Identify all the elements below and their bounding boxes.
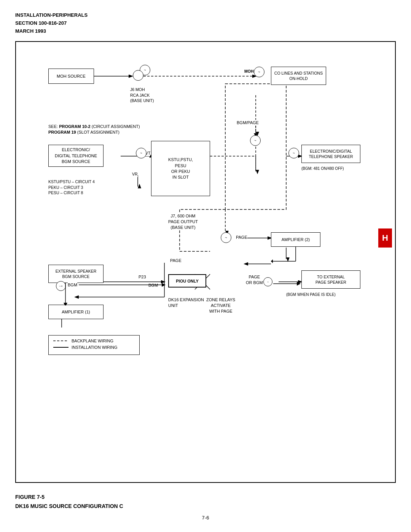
diagram-border: MOH SOURCE ~ MOH ~ CO LINES AND STATIONS… (15, 41, 396, 483)
page: INSTALLATION-PERIPHERALS SECTION 100-816… (0, 0, 411, 532)
to-external-box: TO EXTERNALPAGE SPEAKER (301, 270, 360, 289)
moh-label: MOH (244, 69, 254, 74)
legend-backplane-label: BACKPLANE WIRING (72, 339, 113, 343)
external-speaker-box: EXTERNAL SPEAKERBGM SOURCE (48, 265, 104, 283)
bgm-idle-label: (BGM WHEN PAGE IS IDLE) (286, 292, 336, 297)
elec-digital-bgm-box: ELECTRONIC/DIGITAL TELEPHONEBGM SOURCE (48, 145, 104, 167)
header-line1: INSTALLATION-PERIPHERALS (15, 11, 396, 19)
legend-dashed-line (53, 339, 68, 343)
svg-rect-2 (225, 84, 286, 209)
zone-relays-label: ZONE RELAYSACTIVATEWITH PAGE (206, 297, 235, 314)
red-h-tab: H (378, 228, 392, 248)
page-label1: PAGE (236, 235, 247, 240)
page-number: 7-6 (15, 515, 396, 521)
bgm-481-label: (BGM: 481 ON/480 OFF) (301, 166, 344, 171)
ac-circle-vt: ~ (136, 148, 147, 158)
ac-circle-elec-speaker: ~ (288, 148, 299, 158)
page-or-bgm-label: PAGEOR BGM (246, 274, 263, 286)
ac-circle-moh: ~ (254, 67, 264, 77)
kstu-pstu-box: KSTU,PSTU,PESUOR PEKUIN SLOT (151, 141, 210, 196)
see-program-label: SEE: PROGRAM 10-2 (CIRCUIT ASSIGNMENT) P… (48, 124, 140, 135)
diagram-svg (20, 46, 391, 373)
amplifier2-box: AMPLIFIER (2) (271, 232, 320, 247)
co-lines-box: CO LINES AND STATIONS ON-HOLD (271, 67, 326, 85)
dk16-expansion-label: DK16 EXPANSIONUNIT (168, 297, 204, 308)
page-label2: PAGE (170, 258, 182, 264)
bgm-page-label: BGM/PAGE (237, 120, 259, 126)
legend-dashed-row: BACKPLANE WIRING (53, 339, 135, 343)
svg-marker-32 (162, 283, 166, 287)
bgm-to-piou-svg (79, 281, 170, 289)
figure-title: DK16 MUSIC SOURCE CONFIGURATION C (15, 502, 396, 511)
header-line2: SECTION 100-816-207 (15, 19, 396, 27)
figure-caption: FIGURE 7-5 DK16 MUSIC SOURCE CONFIGURATI… (15, 493, 396, 511)
header-line3: MARCH 1993 (15, 27, 396, 35)
legend-box: BACKPLANE WIRING INSTALLATION WIRING (48, 335, 140, 355)
ext-to-amp1-svg (62, 283, 69, 305)
p23-label: P23 (139, 274, 146, 280)
elec-digital-speaker-box: ELECTRONIC/DIGITALTELEPHONE SPEAKER (301, 145, 360, 163)
legend-solid-row: INSTALLATION WIRING (53, 345, 135, 350)
piou-only-box: PIOU ONLY (168, 274, 206, 288)
j7-600-label: J7, 600 OHMPAGE OUTPUT(BASE UNIT) (168, 213, 198, 230)
amplifier1-box: AMPLIFIER (1) (48, 305, 104, 319)
svg-marker-34 (64, 303, 67, 305)
legend-installation-label: INSTALLATION WIRING (72, 345, 118, 350)
diagram-area: MOH SOURCE ~ MOH ~ CO LINES AND STATIONS… (20, 46, 391, 373)
ac-circle-bgm: ~ (250, 135, 261, 146)
vr-label: VR (132, 171, 138, 177)
figure-number: FIGURE 7-5 (15, 493, 396, 502)
svg-marker-30 (297, 282, 301, 286)
amp2-to-page-svg (271, 247, 370, 270)
svg-marker-28 (271, 259, 273, 263)
j6-moh-label: J6 MOHRCA JACK(BASE UNIT) (130, 87, 154, 103)
ac-circle-page-bgm: ~ (263, 277, 272, 286)
page-header: INSTALLATION-PERIPHERALS SECTION 100-816… (15, 11, 396, 35)
legend-solid-line (53, 345, 68, 350)
moh-source-box: MOH SOURCE (48, 69, 94, 84)
mixing-circle (133, 70, 143, 81)
kstu-circuit-label: KSTU/PSTU – CIRCUIT 4 PEKU – CIRCUIT 3 P… (48, 179, 95, 195)
ac-circle-j7: ~ (221, 232, 231, 243)
to-ext-arrow (273, 280, 304, 288)
